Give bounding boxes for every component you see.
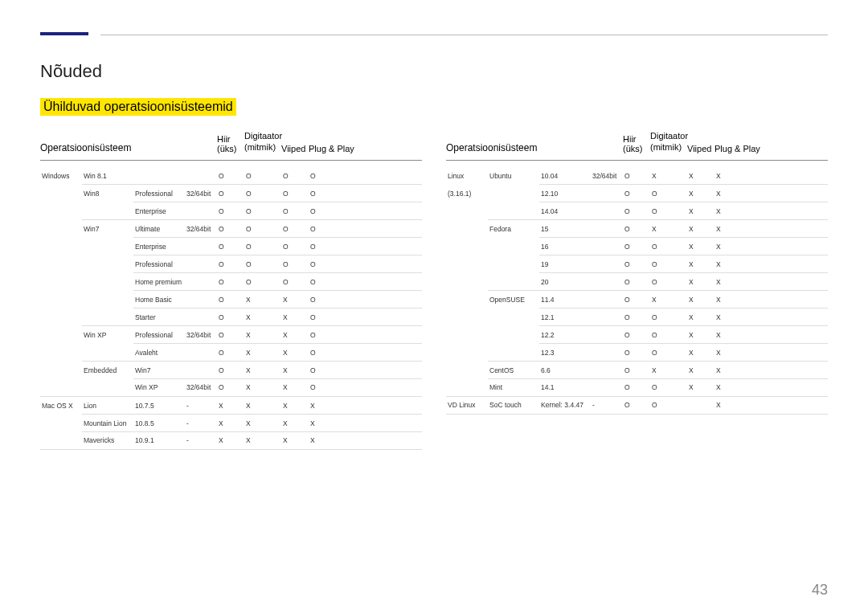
cell: Enterprise (133, 204, 185, 219)
cell: 12.3 (539, 345, 591, 360)
cell: O (623, 292, 650, 307)
header-digitizer: Digitaator (mitmik) (650, 130, 687, 153)
cell (40, 208, 82, 215)
cell: X (714, 292, 763, 307)
cell: X (217, 398, 244, 413)
cell: 20 (539, 275, 591, 289)
cell (488, 190, 539, 197)
cell: X (714, 257, 763, 272)
cell: X (309, 433, 357, 447)
table-row: (3.16.1)12.10OOXX (446, 185, 828, 202)
cell: X (714, 398, 763, 412)
cell: X (281, 328, 309, 342)
page-number: 43 (812, 582, 828, 599)
table-row: Win8Professional32/64bitOOOO (40, 185, 422, 202)
cell: 32/64bit (185, 222, 217, 236)
cell: O (650, 239, 687, 254)
cell: Ubuntu (488, 169, 539, 183)
cell: X (281, 416, 309, 431)
cell: O (244, 204, 281, 219)
cell: O (244, 257, 281, 272)
table-row: 12.1OOXX (446, 309, 828, 326)
cell: - (591, 398, 623, 412)
cell (446, 261, 488, 268)
cell: X (687, 380, 714, 394)
cell (446, 279, 488, 285)
cell (446, 367, 488, 374)
header-os: Operatsioonisüsteem (40, 142, 217, 153)
cell: X (244, 328, 281, 342)
cell: 19 (539, 257, 591, 272)
cell: O (244, 275, 281, 289)
cell: X (281, 398, 309, 413)
cell: 16 (539, 239, 591, 254)
cell: SoC touch (488, 398, 539, 412)
cell (40, 243, 82, 250)
cell: X (244, 345, 281, 360)
horizontal-rule (100, 35, 828, 35)
cell: X (714, 169, 763, 183)
cell: 11.4 (539, 292, 591, 307)
cell: 32/64bit (591, 169, 623, 183)
cell: Linux (446, 169, 488, 183)
table-row: EnterpriseOOOO (40, 202, 422, 220)
cell: X (281, 345, 309, 360)
cell: O (650, 204, 687, 219)
left-column: Operatsioonisüsteem Hiir (üks) Digitaato… (40, 130, 422, 450)
table-row: WindowsWin 8.1OOOO (40, 167, 422, 185)
cell: X (687, 222, 714, 236)
cell: X (687, 169, 714, 183)
cell: 12.1 (539, 310, 591, 325)
cell: X (281, 310, 309, 325)
cell: Home Basic (133, 292, 185, 307)
cell: Win 8.1 (82, 169, 133, 183)
cell: O (623, 275, 650, 289)
cell: O (309, 204, 357, 219)
cell: 32/64bit (185, 380, 217, 394)
table-row: 16OOXX (446, 238, 828, 255)
table-row: ProfessionalOOOO (40, 255, 422, 273)
cell (40, 349, 82, 356)
cell: O (281, 222, 309, 236)
table-row: OpenSUSE11.4OXXX (446, 291, 828, 309)
cell: O (650, 257, 687, 272)
cell (591, 279, 623, 285)
cell: O (217, 328, 244, 342)
cell: X (650, 363, 687, 378)
cell: X (714, 204, 763, 219)
cell: O (623, 380, 650, 394)
cell: O (244, 186, 281, 201)
cell (133, 173, 185, 179)
cell (40, 261, 82, 268)
cell: - (185, 398, 217, 413)
cell: O (650, 310, 687, 325)
cell: X (244, 433, 281, 447)
cell: X (687, 328, 714, 342)
cell (40, 296, 82, 303)
cell: X (687, 310, 714, 325)
cell (40, 437, 82, 443)
accent-bar (40, 32, 88, 35)
cell (185, 173, 217, 179)
cell: Mavericks (82, 433, 133, 447)
header-digitizer: Digitaator (mitmik) (244, 130, 281, 153)
cell (40, 279, 82, 285)
cell: X (687, 204, 714, 219)
cell: X (687, 186, 714, 201)
cell: O (217, 204, 244, 219)
cell: O (281, 257, 309, 272)
cell (82, 296, 133, 303)
cell: O (217, 222, 244, 236)
cell: Professional (133, 186, 185, 201)
cell: (3.16.1) (446, 186, 488, 201)
cell (446, 296, 488, 303)
cell: O (217, 345, 244, 360)
cell: X (687, 239, 714, 254)
cell (488, 279, 539, 285)
cell: X (687, 363, 714, 378)
cell: X (714, 380, 763, 394)
cell: O (309, 345, 357, 360)
cell: X (714, 222, 763, 236)
cell: X (714, 275, 763, 289)
cell: 10.04 (539, 169, 591, 183)
